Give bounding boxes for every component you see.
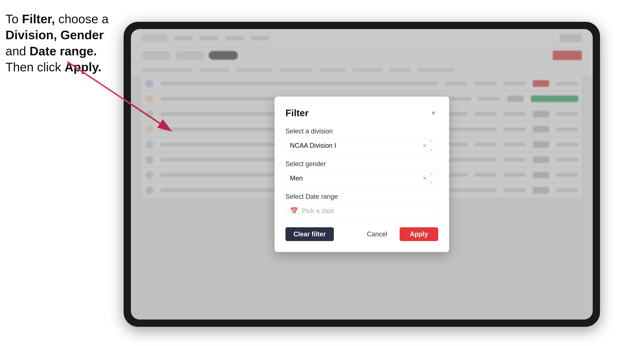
- select-controls: × ⌃⌄: [423, 172, 434, 184]
- date-form-group: Select Date range 📅 Pick a date: [286, 193, 438, 218]
- modal-footer-right: Cancel Apply: [359, 227, 438, 241]
- instruction-line3: and Date range.: [6, 44, 97, 58]
- tablet-screen: Filter × Select a division NCAA Division…: [131, 29, 593, 320]
- division-select[interactable]: NCAA Division I × ⌃⌄: [286, 138, 438, 153]
- modal-header: Filter ×: [286, 107, 438, 118]
- division-clear-icon[interactable]: ×: [423, 142, 426, 149]
- modal-overlay: Filter × Select a division NCAA Division…: [131, 29, 593, 320]
- gender-chevron-icon: ⌃⌄: [430, 172, 434, 184]
- division-label: Select a division: [286, 127, 438, 135]
- gender-label: Select gender: [286, 160, 438, 168]
- gender-select[interactable]: Men × ⌃⌄: [286, 171, 438, 185]
- instruction-bold2: Division, Gender: [6, 28, 104, 42]
- clear-filter-button[interactable]: Clear filter: [286, 227, 334, 241]
- date-placeholder: Pick a date: [302, 207, 334, 215]
- tablet-frame: Filter × Select a division NCAA Division…: [124, 22, 600, 327]
- gender-clear-icon[interactable]: ×: [423, 174, 426, 182]
- date-label: Select Date range: [286, 193, 438, 200]
- instruction-line1: To Filter, choose a: [6, 12, 108, 26]
- gender-form-group: Select gender Men × ⌃⌄: [286, 160, 438, 185]
- date-input[interactable]: 📅 Pick a date: [286, 204, 438, 218]
- filter-modal: Filter × Select a division NCAA Division…: [274, 97, 449, 252]
- modal-title: Filter: [286, 107, 308, 118]
- apply-button[interactable]: Apply: [400, 227, 438, 241]
- cancel-button[interactable]: Cancel: [359, 227, 395, 241]
- division-form-group: Select a division NCAA Division I × ⌃⌄: [286, 127, 438, 153]
- gender-value: Men: [290, 174, 303, 182]
- instruction-text: To Filter, choose a Division, Gender and…: [6, 11, 111, 75]
- division-chevron-icon: ⌃⌄: [430, 140, 434, 152]
- instruction-line4: Then click Apply.: [6, 60, 102, 74]
- select-controls: × ⌃⌄: [423, 140, 434, 152]
- modal-footer: Clear filter Cancel Apply: [286, 227, 438, 241]
- division-value: NCAA Division I: [290, 142, 336, 149]
- calendar-icon: 📅: [290, 207, 298, 215]
- modal-close-button[interactable]: ×: [429, 108, 438, 118]
